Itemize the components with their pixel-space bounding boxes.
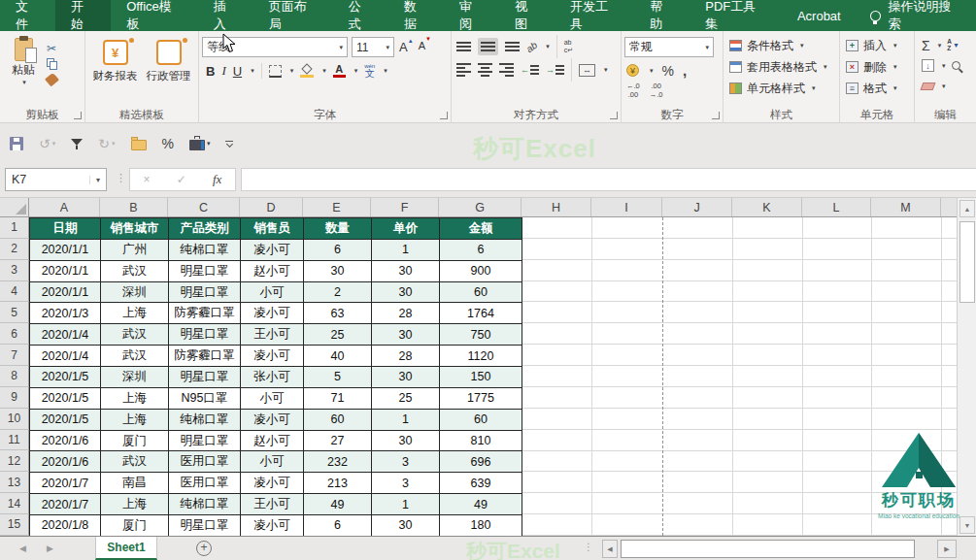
cell[interactable]: 25 <box>372 387 440 409</box>
increase-indent-icon[interactable]: → <box>546 62 564 78</box>
cell[interactable]: 1775 <box>440 387 522 409</box>
ribbon-tab-12[interactable]: Acrobat <box>782 0 857 31</box>
ribbon-tab-11[interactable]: PDF工具集 <box>690 0 782 31</box>
dialog-launcher-icon[interactable] <box>610 112 618 119</box>
new-sheet-button[interactable]: + <box>196 541 212 556</box>
cell[interactable]: 27 <box>304 430 372 451</box>
cancel-icon[interactable]: × <box>144 173 151 186</box>
cell[interactable]: 深圳 <box>101 281 169 303</box>
font-name-select[interactable]: 等线 ▾ <box>202 37 348 57</box>
font-color-icon[interactable]: A <box>333 64 346 78</box>
cell[interactable]: 凌小可 <box>241 346 304 367</box>
grow-font-button[interactable]: A▲ <box>399 40 414 54</box>
cell[interactable]: 凌小可 <box>241 473 304 494</box>
cell[interactable]: 武汉 <box>101 451 169 473</box>
ribbon-tab-6[interactable]: 数据 <box>388 0 444 31</box>
cell[interactable]: 810 <box>440 430 522 451</box>
cell[interactable]: 30 <box>372 324 440 346</box>
briefcase-button[interactable]: ▾ <box>189 137 211 150</box>
insert-cells-button[interactable]: + 插入 ▾ <box>843 35 911 56</box>
phonetic-guide-icon[interactable]: wén文 <box>364 63 375 79</box>
scroll-up-button[interactable]: ▲ <box>959 200 975 217</box>
cell[interactable]: 2020/1/5 <box>30 409 101 430</box>
align-middle-icon[interactable] <box>478 38 498 55</box>
cell[interactable]: N95口罩 <box>169 387 241 409</box>
align-bottom-icon[interactable] <box>505 39 520 54</box>
column-header-L[interactable]: L <box>802 198 871 216</box>
column-header-D[interactable]: D <box>240 198 303 216</box>
select-all-button[interactable] <box>0 198 29 216</box>
format-cells-button[interactable]: ≡ 格式 ▾ <box>843 78 911 99</box>
header-cell[interactable]: 销售城市 <box>101 218 169 240</box>
cell[interactable]: 2020/1/3 <box>30 303 101 324</box>
cell[interactable]: 696 <box>440 451 522 473</box>
ribbon-tab-9[interactable]: 开发工具 <box>555 0 634 31</box>
cell[interactable]: 213 <box>304 473 372 494</box>
cell[interactable]: 2020/1/5 <box>30 367 101 388</box>
cell[interactable]: 王小可 <box>241 324 304 346</box>
horizontal-scrollbar-thumb[interactable] <box>621 540 915 558</box>
cell[interactable]: 40 <box>304 346 372 367</box>
ribbon-tab-7[interactable]: 审阅 <box>444 0 499 31</box>
scroll-down-button[interactable]: ▼ <box>959 516 975 534</box>
ribbon-tab-4[interactable]: 页面布局 <box>253 0 333 31</box>
clear-eraser-icon[interactable] <box>921 82 936 90</box>
cell[interactable]: 30 <box>304 260 372 281</box>
cell[interactable]: 2020/1/1 <box>30 239 101 260</box>
row-header-13[interactable]: 13 <box>0 472 29 493</box>
redo-button[interactable]: ↻▾ <box>98 136 115 151</box>
cell[interactable]: 凌小可 <box>241 515 304 537</box>
header-cell[interactable]: 日期 <box>30 218 101 240</box>
cell[interactable]: 小可 <box>241 451 304 473</box>
cell[interactable]: 1 <box>372 494 440 515</box>
shrink-font-button[interactable]: A▼ <box>419 40 431 54</box>
cell[interactable]: 60 <box>440 281 522 303</box>
conditional-formatting-button[interactable]: 条件格式 ▾ <box>726 35 836 56</box>
header-cell[interactable]: 数量 <box>304 218 372 240</box>
cell[interactable]: 1764 <box>440 303 522 324</box>
decrease-decimal-icon[interactable]: .00 →.0 <box>650 82 663 99</box>
row-header-3[interactable]: 3 <box>0 260 29 281</box>
cell[interactable]: 2020/1/7 <box>30 494 101 515</box>
wrap-text-icon[interactable]: ab c↵ <box>564 39 573 53</box>
merge-center-icon[interactable]: ↔ <box>579 64 595 77</box>
cell[interactable]: 厦门 <box>101 430 169 451</box>
row-header-12[interactable]: 12 <box>0 450 29 472</box>
row-header-9[interactable]: 9 <box>0 387 29 409</box>
align-left-icon[interactable] <box>456 60 471 80</box>
cell[interactable]: 71 <box>304 387 372 409</box>
cell[interactable]: 49 <box>440 494 522 515</box>
cell[interactable]: 30 <box>372 430 440 451</box>
financial-report-button[interactable]: ¥ 财务报表 <box>88 40 142 83</box>
copy-icon[interactable] <box>47 58 57 70</box>
cell[interactable]: 2020/1/5 <box>30 387 101 409</box>
header-cell[interactable]: 产品类别 <box>169 218 241 240</box>
cell[interactable]: 5 <box>304 367 372 388</box>
open-button[interactable] <box>131 137 147 150</box>
cell[interactable]: 2020/1/1 <box>30 260 101 281</box>
cell[interactable]: 30 <box>372 515 440 537</box>
cell[interactable]: 凌小可 <box>241 239 304 260</box>
sort-filter-icon[interactable]: AZ ▼ <box>947 39 959 52</box>
row-header-7[interactable]: 7 <box>0 345 29 366</box>
ribbon-tab-0[interactable]: 文件 <box>0 0 55 31</box>
cell[interactable]: 广州 <box>101 239 169 260</box>
cell[interactable]: 明星口罩 <box>169 324 241 346</box>
paste-button[interactable]: 粘贴 ▾ <box>3 35 44 86</box>
cell[interactable]: 1 <box>372 409 440 430</box>
comma-style-button[interactable]: , <box>683 62 687 79</box>
cell[interactable]: 小可 <box>241 387 304 409</box>
column-header-C[interactable]: C <box>168 198 240 216</box>
dialog-launcher-icon[interactable] <box>712 112 720 119</box>
cell[interactable]: 49 <box>304 494 372 515</box>
cell[interactable]: 25 <box>304 324 372 346</box>
bold-button[interactable]: B <box>206 64 215 79</box>
cell[interactable]: 30 <box>372 260 440 281</box>
underline-button[interactable]: U <box>233 64 242 79</box>
cell[interactable]: 2020/1/8 <box>30 515 101 537</box>
cell[interactable]: 232 <box>304 451 372 473</box>
cell[interactable]: 3 <box>372 473 440 494</box>
cell[interactable]: 凌小可 <box>241 303 304 324</box>
borders-icon[interactable] <box>269 65 282 78</box>
row-header-5[interactable]: 5 <box>0 302 29 323</box>
